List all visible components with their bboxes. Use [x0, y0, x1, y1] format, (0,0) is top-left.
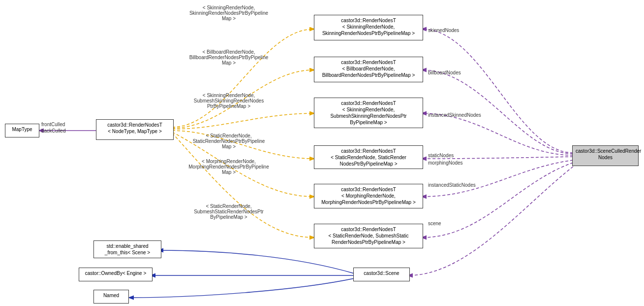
diagram-container: MapType castor3d::RenderNodesT< NodeType… — [0, 0, 644, 306]
node-rendernodesT-skin: castor3d::RenderNodesT< SkinningRenderNo… — [314, 15, 423, 40]
edge-instancedskinnednodes: instancedSkinnedNodes — [428, 112, 481, 118]
node-scene: castor3d::Scene — [353, 268, 410, 281]
edge-scene: scene — [428, 221, 441, 226]
tl-skin: < SkinningRenderNode,SkinningRenderNodes… — [180, 5, 278, 21]
node-rendernodesT-main: castor3d::RenderNodesT< NodeType, MapTyp… — [96, 119, 174, 140]
tl-submeshstatic: < StaticRenderNode,SubmeshStaticRenderNo… — [180, 204, 278, 220]
tl-static: < StaticRenderNode,StaticRenderNodesPtrB… — [180, 133, 278, 149]
node-rendernodesT-bill: castor3d::RenderNodesT< BillboardRenderN… — [314, 57, 423, 82]
node-rendernodesT-submeshskin: castor3d::RenderNodesT< SkinningRenderNo… — [314, 98, 423, 128]
node-rendernodesT-main-label: castor3d::RenderNodesT< NodeType, MapTyp… — [107, 122, 162, 134]
edge-skinnednodes: skinnedNodes — [428, 28, 459, 33]
edge-backculled: backCulled — [41, 128, 65, 134]
node-rendernodesT-static: castor3d::RenderNodesT< StaticRenderNode… — [314, 145, 423, 169]
edge-frontculled: frontCulled — [41, 122, 65, 127]
node-scenecullrend: castor3d::SceneCulledRenderNodes — [572, 145, 639, 166]
node-rendernodesT-morph: castor3d::RenderNodesT< MorphingRenderNo… — [314, 184, 423, 208]
node-rendernodesT-submeshstatic: castor3d::RenderNodesT< StaticRenderNode… — [314, 224, 423, 248]
edge-morphingnodes: morphingNodes — [428, 160, 463, 166]
tl-submeshskin: < SkinningRenderNode,SubmeshSkinningRend… — [180, 93, 278, 109]
edge-billboardnodes: billboardNodes — [428, 70, 461, 75]
node-maptype-label: MapType — [12, 127, 32, 132]
node-scene-label: castor3d::Scene — [364, 271, 399, 276]
node-maptype: MapType — [5, 124, 39, 137]
edge-instancedstaticnodes: instancedStaticNodes — [428, 182, 476, 188]
node-named-label: Named — [103, 293, 119, 298]
tl-morph: < MorphingRenderNode,MorphingRenderNodes… — [180, 159, 278, 175]
node-ownedby-label: castor::OwnedBy< Engine > — [85, 271, 147, 276]
node-enableshared: std::enable_shared_from_this< Scene > — [93, 240, 161, 258]
node-named: Named — [93, 290, 129, 304]
edge-staticnodes: staticNodes — [428, 153, 454, 158]
tl-bill: < BillboardRenderNode,BillboardRenderNod… — [180, 49, 278, 66]
node-ownedby: castor::OwnedBy< Engine > — [79, 268, 153, 281]
